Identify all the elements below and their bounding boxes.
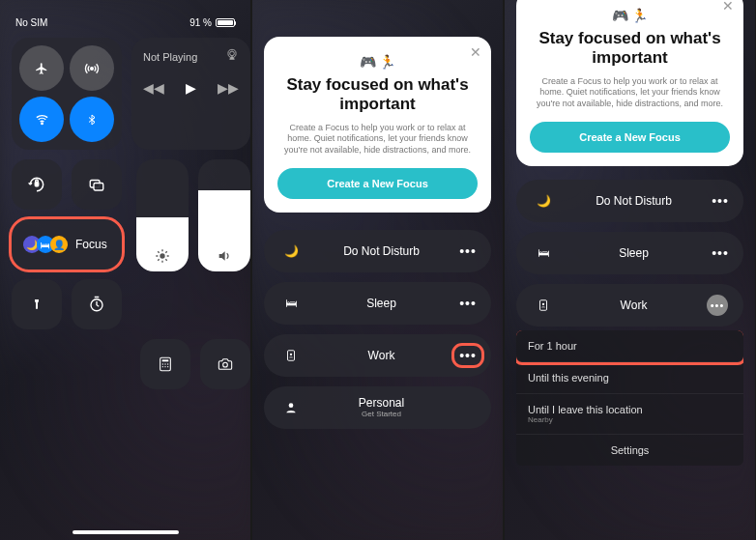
calculator-button[interactable] (140, 339, 190, 389)
svg-rect-10 (162, 359, 169, 361)
option-for-1-hour[interactable]: For 1 hour (516, 330, 743, 362)
svg-point-22 (542, 303, 544, 305)
orientation-lock-toggle[interactable] (12, 159, 62, 210)
connectivity-tile (12, 38, 122, 150)
status-bar: No SIM 91 % (0, 0, 250, 28)
focus-item-sublabel: Get Started (308, 410, 454, 418)
option-until-evening[interactable]: Until this evening (516, 362, 743, 394)
option-label: Until this evening (528, 372, 609, 384)
focus-item-label: Sleep (561, 246, 707, 260)
svg-point-19 (290, 354, 292, 355)
timer-button[interactable] (72, 279, 122, 329)
focus-stacked-icons: 🌙🛏👤 (23, 236, 68, 253)
focus-item-sleep[interactable]: 🛏 Sleep ••• (516, 232, 743, 274)
bluetooth-toggle[interactable] (70, 97, 114, 142)
card-title: Stay focused on what's important (530, 29, 730, 69)
svg-point-13 (167, 363, 168, 364)
volume-icon (217, 248, 232, 264)
panel-control-center: No SIM 91 % (0, 0, 250, 540)
card-icons: 🎮 🏃 (530, 8, 730, 23)
more-icon[interactable]: ••• (454, 243, 481, 259)
more-icon[interactable]: ••• (454, 346, 481, 365)
more-icon[interactable]: ••• (707, 193, 734, 209)
svg-point-1 (41, 123, 43, 125)
screen-mirroring-button[interactable] (72, 159, 122, 210)
brightness-slider[interactable] (136, 159, 189, 271)
svg-point-12 (164, 363, 165, 364)
forward-icon[interactable]: ▶▶ (218, 80, 239, 96)
battery-icon (216, 18, 235, 27)
svg-point-3 (230, 51, 235, 56)
focus-promo-card: ✕ 🎮 🏃 Stay focused on what's important C… (264, 37, 491, 213)
airplane-toggle[interactable] (19, 45, 64, 91)
focus-item-work[interactable]: Work ••• (516, 284, 743, 327)
card-description: Create a Focus to help you work or to re… (277, 123, 478, 156)
svg-point-16 (167, 366, 168, 367)
focus-item-sleep[interactable]: 🛏 Sleep ••• (264, 282, 491, 325)
wifi-toggle[interactable] (19, 97, 64, 142)
cellular-toggle[interactable] (70, 45, 114, 91)
svg-rect-4 (35, 183, 38, 186)
option-settings[interactable]: Settings (516, 435, 743, 466)
focus-item-personal[interactable]: Personal Get Started (264, 386, 491, 429)
focus-item-label: Work (308, 349, 454, 362)
focus-item-label: Sleep (308, 297, 454, 310)
bed-icon: 🛏 (526, 246, 561, 260)
card-title: Stay focused on what's important (277, 75, 478, 115)
work-options-list: For 1 hour Until this evening Until I le… (516, 330, 743, 466)
camera-button[interactable] (200, 339, 250, 389)
play-icon[interactable]: ▶ (186, 80, 196, 96)
moon-icon: 🌙 (526, 194, 561, 208)
focus-tile[interactable]: 🌙🛏👤 Focus (12, 219, 122, 270)
create-focus-button[interactable]: Create a New Focus (530, 122, 730, 153)
moon-icon: 🌙 (274, 244, 308, 258)
svg-point-20 (289, 403, 294, 408)
focus-promo-card: ✕ 🎮 🏃 Stay focused on what's important C… (516, 0, 743, 166)
carrier-text: No SIM (15, 17, 47, 28)
focus-item-label: Work (561, 298, 707, 312)
create-focus-button[interactable]: Create a New Focus (277, 168, 478, 199)
option-label: Until I leave this location (528, 404, 732, 415)
svg-point-17 (223, 362, 228, 367)
svg-point-14 (162, 366, 163, 367)
option-label: Settings (611, 444, 650, 456)
bed-icon: 🛏 (274, 297, 308, 310)
focus-tile-label: Focus (75, 238, 107, 251)
panel-focus-list: ✕ 🎮 🏃 Stay focused on what's important C… (252, 0, 503, 540)
focus-item-dnd[interactable]: 🌙 Do Not Disturb ••• (516, 180, 743, 222)
svg-point-11 (162, 363, 163, 364)
close-icon[interactable]: ✕ (722, 0, 734, 14)
focus-item-dnd[interactable]: 🌙 Do Not Disturb ••• (264, 230, 491, 272)
option-until-leave-location[interactable]: Until I leave this location Nearby (516, 394, 743, 435)
focus-item-label: Do Not Disturb (561, 194, 707, 208)
flashlight-button[interactable] (12, 279, 62, 329)
more-icon[interactable]: ••• (454, 296, 481, 311)
music-tile[interactable]: Not Playing ◀◀ ▶ ▶▶ (131, 38, 250, 150)
card-icons: 🎮 🏃 (277, 54, 478, 70)
badge-icon (274, 348, 308, 363)
svg-rect-6 (94, 184, 103, 191)
battery-percent: 91 % (189, 17, 212, 28)
svg-point-7 (160, 253, 164, 258)
focus-item-work[interactable]: Work ••• (264, 334, 491, 377)
home-indicator[interactable] (73, 530, 179, 534)
svg-point-15 (164, 366, 165, 367)
rewind-icon[interactable]: ◀◀ (143, 80, 164, 96)
airplay-icon[interactable] (225, 47, 239, 61)
brightness-icon (155, 248, 170, 264)
focus-item-label: Do Not Disturb (308, 244, 454, 258)
badge-icon (526, 298, 561, 313)
option-sublabel: Nearby (528, 415, 732, 424)
more-icon[interactable]: ••• (707, 245, 734, 261)
close-icon[interactable]: ✕ (470, 44, 481, 60)
more-icon[interactable]: ••• (707, 295, 728, 316)
panel-focus-work-options: ✕ 🎮 🏃 Stay focused on what's important C… (505, 0, 755, 540)
svg-point-0 (91, 67, 94, 70)
volume-slider[interactable] (198, 159, 250, 271)
option-label: For 1 hour (528, 340, 577, 352)
focus-item-label: Personal (308, 396, 454, 410)
person-icon (274, 401, 308, 414)
card-description: Create a Focus to help you work or to re… (530, 76, 730, 110)
